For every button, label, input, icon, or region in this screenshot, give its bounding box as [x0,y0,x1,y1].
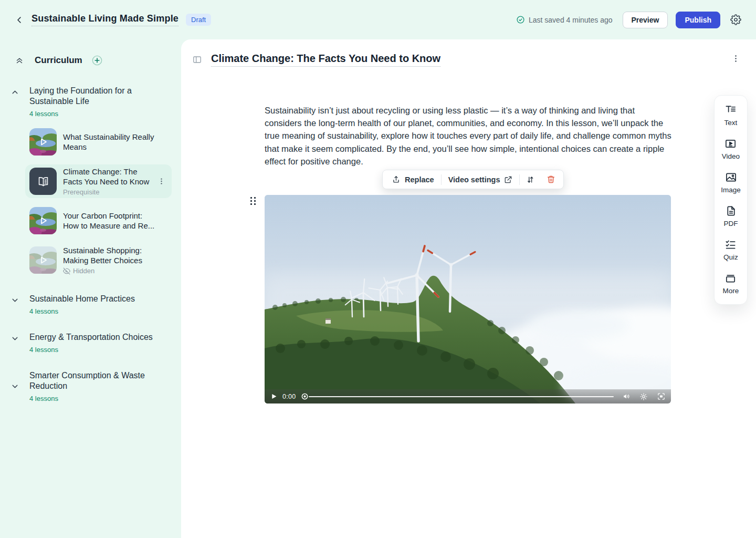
last-saved-text: Last saved 4 minutes ago [529,16,613,24]
add-section-button[interactable] [89,53,105,68]
lesson-menu-button[interactable] [155,175,167,188]
section-header-foundation[interactable]: Laying the Foundation for a Sustainable … [0,86,181,118]
play-button[interactable] [269,392,278,401]
last-saved-status: Last saved 4 minutes ago [516,15,613,24]
eye-off-icon [63,267,70,275]
insert-pdf-button[interactable]: PDF [724,205,738,227]
lesson-title: Sustainable Shopping: Making Better Choi… [63,245,159,265]
play-icon [29,207,57,234]
collapse-all-button[interactable] [13,54,26,67]
section-header-home-practices[interactable]: Sustainable Home Practices 4 lessons [0,294,181,315]
top-header: Sustainable Living Made Simple Draft Las… [0,0,756,39]
play-icon [29,128,57,156]
more-blocks-button[interactable]: More [723,272,739,295]
scrubber-handle[interactable] [301,392,309,400]
insert-video-button[interactable]: Video [722,138,740,160]
archive-box-icon [724,272,737,284]
lesson-item-carbon-footprint[interactable]: Your Carbon Footprint: How to Measure an… [25,205,172,236]
panel-left-icon [192,55,202,65]
back-button[interactable] [13,13,26,27]
swap-vertical-icon [526,175,535,184]
status-badge: Draft [186,14,211,26]
fullscreen-button[interactable] [656,391,666,401]
chevron-down-icon [10,334,19,343]
video-quality-button[interactable] [639,392,648,401]
tool-label: Video [722,152,740,160]
play-icon [29,246,57,274]
lesson-intro-paragraph[interactable]: Sustainability isn’t just about recyclin… [265,104,672,168]
external-link-icon [504,175,512,184]
section-lesson-count: 4 lessons [29,346,153,354]
course-title[interactable]: Sustainable Living Made Simple [32,13,178,26]
section-lesson-count: 4 lessons [29,395,155,402]
video-progress-line [309,396,614,397]
volume-button[interactable] [622,392,631,401]
move-block-button[interactable] [520,170,541,189]
delete-block-button[interactable] [541,170,561,189]
block-drag-handle[interactable] [250,197,256,205]
section-header-energy-transportation[interactable]: Energy & Transportation Choices 4 lesson… [0,332,181,354]
publish-button[interactable]: Publish [676,12,720,28]
replace-video-button[interactable]: Replace [385,170,441,189]
lesson-editor-panel: Climate Change: The Facts You Need to Kn… [181,39,756,538]
preview-button[interactable]: Preview [623,12,668,28]
section-title: Smarter Consumption & Waste Reduction [29,370,155,391]
chevron-left-icon [15,15,24,25]
section-title: Laying the Foundation for a Sustainable … [29,86,155,107]
text-icon [724,104,737,116]
double-chevron-up-icon [15,56,24,65]
video-current-time: 0:00 [282,393,296,400]
curriculum-section: Sustainable Home Practices 4 lessons [0,294,181,315]
play-icon [270,393,277,400]
lesson-item-what-sustainability[interactable]: What Sustainability Really Means [25,126,172,158]
lesson-options-button[interactable] [729,52,742,65]
section-header-smarter-consumption[interactable]: Smarter Consumption & Waste Reduction 4 … [0,370,181,402]
tool-label: Text [724,119,738,127]
chevron-down-icon [10,382,19,391]
lesson-item-sustainable-shopping[interactable]: Sustainable Shopping: Making Better Choi… [25,243,172,277]
toggle-sidebar-button[interactable] [190,53,204,67]
open-book-icon [37,175,50,188]
gear-icon [639,392,648,401]
quiz-checklist-icon [724,239,737,251]
trash-icon [547,175,555,184]
plus-circle-icon [91,55,103,66]
curriculum-section: Laying the Foundation for a Sustainable … [0,86,181,277]
chevron-down-icon [10,296,19,305]
fullscreen-icon [657,392,666,401]
insert-block-panel: Text Video Image PDF Quiz More [714,95,748,305]
upload-icon [392,175,401,184]
section-lesson-count: 4 lessons [29,110,155,118]
section-title: Sustainable Home Practices [29,294,135,304]
video-block-icon [724,138,737,150]
video-control-bar: 0:00 [265,389,671,404]
insert-quiz-button[interactable]: Quiz [723,239,738,261]
hidden-label: Hidden [73,267,94,275]
lesson-title: Your Carbon Footprint: How to Measure an… [63,211,159,231]
insert-text-button[interactable]: Text [724,104,738,127]
lesson-title: What Sustainability Really Means [63,132,159,152]
lesson-subtitle: Prerequisite [63,188,159,196]
tool-label: Image [721,186,741,194]
video-thumbnail [29,246,57,274]
lesson-page-title[interactable]: Climate Change: The Facts You Need to Kn… [211,53,440,67]
replace-label: Replace [405,175,434,184]
curriculum-section: Energy & Transportation Choices 4 lesson… [0,332,181,354]
section-lesson-count: 4 lessons [29,307,135,315]
video-thumbnail [29,207,57,234]
chevron-up-icon [10,88,19,97]
tool-label: More [723,287,739,295]
lesson-title: Climate Change: The Facts You Need to Kn… [63,167,159,187]
video-settings-label: Video settings [448,175,500,184]
sidebar-title: Curriculum [35,55,82,66]
video-progress-track[interactable] [301,392,614,400]
video-player[interactable]: 0:00 [265,195,671,404]
lesson-item-climate-change[interactable]: Climate Change: The Facts You Need to Kn… [25,164,172,198]
gear-icon [730,14,741,25]
video-thumbnail [29,128,57,156]
image-icon [725,171,737,183]
settings-button[interactable] [728,12,743,27]
video-settings-button[interactable]: Video settings [442,170,520,189]
insert-image-button[interactable]: Image [721,171,741,194]
tool-label: PDF [724,220,738,227]
